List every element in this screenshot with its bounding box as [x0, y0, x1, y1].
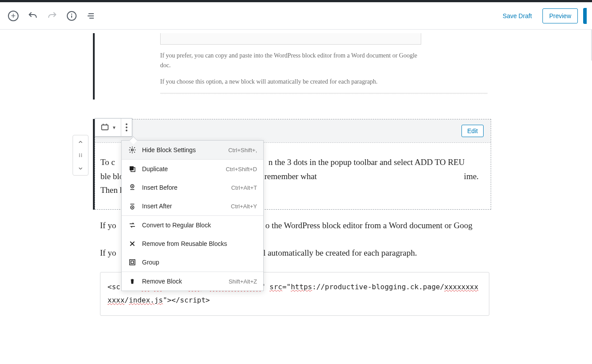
undo-button[interactable]	[25, 8, 41, 24]
more-options-button[interactable]	[121, 119, 132, 136]
move-down-button[interactable]	[73, 162, 88, 175]
menu-label: Convert to Regular Block	[142, 222, 257, 229]
info-button[interactable]	[64, 8, 80, 24]
reusable-block-header: Untit Edit	[95, 119, 491, 143]
svg-point-3	[79, 153, 80, 154]
svg-point-5	[79, 155, 80, 156]
save-draft-button[interactable]: Save Draft	[497, 9, 537, 23]
redo-icon	[47, 11, 58, 21]
menu-label: Hide Block Settings	[142, 146, 223, 153]
menu-label: Insert Before	[142, 184, 226, 191]
menu-remove-block[interactable]: Remove Block Shift+Alt+Z	[122, 272, 263, 291]
plus-circle-icon: +	[8, 11, 19, 21]
chevron-up-icon	[77, 139, 84, 145]
svg-rect-9	[102, 125, 108, 130]
publish-button[interactable]	[583, 8, 587, 24]
menu-shortcut: Ctrl+Shift+,	[228, 147, 257, 153]
menu-label: Remove Block	[142, 278, 223, 285]
svg-point-8	[81, 156, 82, 157]
reusable-block-icon	[100, 122, 110, 133]
preview-button[interactable]: Preview	[542, 8, 578, 23]
svg-point-6	[81, 155, 82, 156]
gear-icon	[128, 146, 137, 154]
menu-label: Insert After	[142, 203, 226, 210]
insert-before-icon	[128, 183, 137, 192]
dots-vertical-icon	[126, 123, 127, 131]
menu-label: Remove from Reusable Blocks	[142, 240, 257, 247]
menu-remove-reusable[interactable]: Remove from Reusable Blocks	[122, 234, 263, 253]
redo-button[interactable]	[44, 8, 60, 24]
menu-duplicate[interactable]: Duplicate Ctrl+Shift+D	[122, 160, 263, 178]
info-icon	[66, 11, 77, 21]
menu-insert-after[interactable]: Insert After Ctrl+Alt+Y	[122, 197, 263, 215]
move-up-button[interactable]	[73, 135, 88, 149]
duplicate-icon	[128, 165, 137, 173]
menu-label: Duplicate	[142, 165, 220, 172]
add-block-button[interactable]: +	[5, 8, 21, 24]
block-toolbar: ▼	[95, 118, 132, 137]
svg-point-2	[71, 13, 72, 14]
block-mover	[73, 135, 88, 176]
insert-after-icon	[128, 202, 137, 211]
menu-label: Group	[142, 259, 257, 266]
menu-shortcut: Ctrl+Shift+D	[226, 166, 257, 172]
svg-rect-12	[130, 166, 134, 170]
menu-convert-regular[interactable]: Convert to Regular Block	[122, 216, 263, 234]
remove-icon	[128, 239, 137, 248]
list-icon	[86, 11, 96, 21]
menu-shortcut: Shift+Alt+Z	[229, 278, 257, 285]
outline-button[interactable]	[83, 8, 99, 24]
drag-handle[interactable]	[73, 149, 88, 162]
chevron-down-icon	[77, 165, 84, 172]
block-options-menu: Hide Block Settings Ctrl+Shift+, Duplica…	[121, 140, 264, 291]
reusable-block[interactable]: ▼ Hide Block Settings Ctrl+Shift+, Dupli…	[93, 119, 491, 210]
convert-icon	[128, 221, 137, 230]
menu-shortcut: Ctrl+Alt+T	[231, 184, 257, 191]
edit-button[interactable]: Edit	[461, 125, 484, 137]
group-icon	[128, 258, 137, 267]
image-caption-line-2: If you choose this option, a new block w…	[160, 77, 421, 87]
image-block[interactable]: If you prefer, you can copy and paste in…	[93, 33, 491, 100]
image-caption-line-1: If you prefer, you can copy and paste in…	[160, 51, 421, 71]
svg-point-4	[81, 153, 82, 154]
menu-hide-block-settings[interactable]: Hide Block Settings Ctrl+Shift+,	[122, 141, 263, 159]
drag-icon	[77, 152, 84, 158]
svg-point-7	[79, 156, 80, 157]
block-type-button[interactable]: ▼	[95, 119, 121, 136]
chevron-down-icon: ▼	[112, 125, 116, 130]
svg-rect-17	[130, 260, 135, 265]
menu-group[interactable]: Group	[122, 253, 263, 272]
trash-icon	[128, 277, 137, 286]
image-placeholder	[160, 33, 421, 45]
editor-canvas: If you prefer, you can copy and paste in…	[0, 30, 592, 316]
svg-rect-18	[131, 261, 134, 264]
svg-point-10	[131, 149, 134, 151]
undo-icon	[27, 11, 38, 21]
editor-toolbar: + Save Draft Preview	[0, 2, 592, 30]
image-shadow	[160, 93, 488, 94]
menu-shortcut: Ctrl+Alt+Y	[231, 203, 257, 210]
menu-insert-before[interactable]: Insert Before Ctrl+Alt+T	[122, 178, 263, 197]
